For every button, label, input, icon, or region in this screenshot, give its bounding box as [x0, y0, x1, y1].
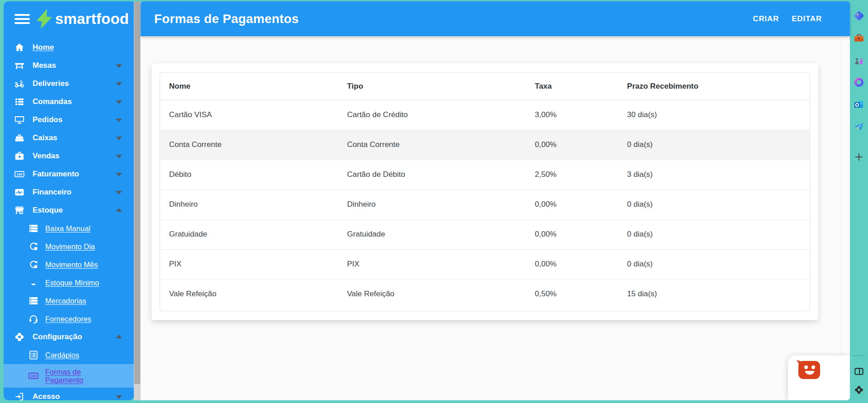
rail-bottom-icons [850, 356, 868, 396]
sidebar-scrollbar[interactable] [134, 1, 141, 400]
sidebar-item-baixa-manual[interactable]: Baixa Manual [4, 219, 134, 237]
browser-sidebar-rail [850, 0, 868, 403]
chess-icon[interactable] [853, 54, 865, 66]
headset-icon [28, 313, 39, 324]
page-title: Formas de Pagamentos [154, 12, 299, 26]
briefcase-icon [14, 150, 25, 162]
login-icon [14, 391, 25, 400]
cell-tipo: Dinheiro [338, 190, 526, 219]
table-row-conta-corrente[interactable]: Conta CorrenteConta Corrente0,00%0 dia(s… [160, 130, 810, 160]
cell-prazo: 0 dia(s) [618, 190, 810, 219]
sidebar-item-home[interactable]: Home [4, 38, 134, 57]
sidebar-item-mercadorias[interactable]: Mercadorias [4, 292, 134, 310]
criar-button[interactable]: CRIAR [747, 10, 784, 28]
sidebar-item-acesso[interactable]: Acesso [4, 388, 134, 400]
list-icon [14, 96, 25, 108]
menu-list-icon [28, 350, 39, 360]
sidebar-item-formas-de-pagamento[interactable]: 100Formas de Pagamento [4, 364, 134, 388]
cell-nome: Vale Refeição [160, 279, 338, 309]
sidebar-item-estoque-minimo[interactable]: Estoque Mínimo [4, 274, 134, 292]
rows-icon [28, 295, 39, 306]
sidebar-item-caixas[interactable]: Caixas [4, 129, 134, 147]
toolbox-icon[interactable] [853, 32, 865, 44]
table-icon [14, 60, 25, 71]
sidebar-item-fornecedores[interactable]: Fornecedores [4, 310, 134, 328]
sidebar-item-estoque[interactable]: Estoque [4, 201, 134, 219]
cell-tipo: Vale Refeição [338, 279, 526, 309]
hamburger-menu-icon[interactable] [14, 14, 30, 24]
cell-nome: Dinheiro [160, 190, 338, 219]
banknote-icon: 100 [14, 168, 25, 180]
sidebar-item-mesas[interactable]: Mesas [4, 57, 134, 75]
editar-button[interactable]: EDITAR [786, 10, 827, 28]
sidebar-item-vendas[interactable]: Vendas [4, 147, 134, 165]
office-icon[interactable] [853, 76, 865, 88]
monitor-icon [14, 114, 25, 126]
sidebar-item-label: Formas de Pagamento [45, 368, 104, 384]
table-row-cartao-visa[interactable]: Cartão VISACartão de Crédito3,00%30 dia(… [160, 100, 810, 130]
table-row-debito[interactable]: DébitoCartão de Débito2,50%3 dia(s) [160, 160, 810, 190]
sidebar-item-label: Movimento Dia [45, 242, 95, 251]
sidebar-item-pedidos[interactable]: Pedidos [4, 111, 134, 129]
table-body: Cartão VISACartão de Crédito3,00%30 dia(… [160, 100, 810, 309]
add-icon[interactable] [853, 151, 865, 163]
chart-icon [14, 186, 25, 198]
sidebar-item-financeiro[interactable]: Financeiro [4, 183, 134, 201]
sidebar-panel-icon[interactable] [853, 365, 865, 377]
content-area: NomeTipoTaxaPrazo Recebimento Cartão VIS… [141, 36, 850, 400]
sidebar-item-faturamento[interactable]: 100Faturamento [4, 165, 134, 183]
cell-prazo: 30 dia(s) [618, 100, 810, 130]
sidebar-item-label: Configuração [33, 332, 82, 341]
table-row-gratuidade[interactable]: GratuidadeGratuidade0,00%0 dia(s) [160, 219, 810, 249]
cell-taxa: 0,00% [526, 190, 618, 219]
sidebar-item-comandas[interactable]: Comandas [4, 93, 134, 111]
sidebar-item-label: Deliveries [33, 79, 69, 88]
sidebar-item-label: Mercadorias [45, 297, 86, 305]
cell-nome: Cartão VISA [160, 100, 338, 130]
cell-prazo: 3 dia(s) [618, 160, 810, 190]
page-header: Formas de Pagamentos CRIAREDITAR [141, 1, 850, 36]
sidebar-item-label: Baixa Manual [45, 224, 90, 233]
cell-taxa: 2,50% [526, 160, 618, 190]
cell-taxa: 0,00% [526, 130, 618, 160]
chevron-down-icon [116, 155, 122, 158]
cell-tipo: Conta Corrente [338, 130, 526, 160]
sidebar-item-label: Movimento Mês [45, 261, 98, 269]
sidebar-item-label: Estoque Mínimo [45, 279, 99, 287]
sidebar-item-label: Caixas [33, 133, 57, 142]
chevron-down-icon [116, 64, 122, 68]
sync-icon [28, 241, 39, 252]
sidebar-item-label: Acesso [33, 392, 60, 400]
table-row-pix[interactable]: PIXPIX0,00%0 dia(s) [160, 249, 810, 279]
chat-smiley-icon[interactable] [794, 359, 824, 382]
settings-gear-icon[interactable] [853, 384, 865, 396]
sidebar-item-cardapios[interactable]: Cardápios [4, 346, 134, 364]
sidebar-item-label: Comandas [33, 97, 72, 106]
smartfood-logo[interactable]: smartfood [34, 9, 129, 29]
app-window: smartfood HomeMesasDeliveriesComandasPed… [4, 1, 850, 400]
sidebar-item-deliveries[interactable]: Deliveries [4, 75, 134, 93]
cell-prazo: 0 dia(s) [618, 219, 810, 249]
dash-icon [28, 277, 39, 288]
chevron-up-icon [116, 208, 122, 212]
page-scrollbar[interactable] [841, 36, 850, 400]
sidebar-item-label: Home [33, 43, 54, 52]
svg-text:100: 100 [17, 172, 22, 176]
chat-widget-panel [788, 356, 850, 400]
sidebar-nav: HomeMesasDeliveriesComandasPedidosCaixas… [4, 37, 134, 400]
column-header-prazo-recebimento: Prazo Recebimento [618, 73, 810, 100]
outlook-icon[interactable] [853, 99, 865, 110]
cell-nome: Conta Corrente [160, 130, 338, 160]
lightning-bolt-icon [34, 9, 54, 29]
send-icon[interactable] [853, 121, 865, 133]
table-row-vale-refeicao[interactable]: Vale RefeiçãoVale Refeição0,50%15 dia(s) [160, 279, 810, 309]
sidebar-item-movimento-mes[interactable]: Movimento Mês [4, 256, 134, 274]
sidebar-scrollbar-thumb[interactable] [134, 1, 140, 384]
sidebar-item-movimento-dia[interactable]: Movimento Dia [4, 237, 134, 256]
cell-taxa: 3,00% [526, 100, 618, 130]
table-row-dinheiro[interactable]: DinheiroDinheiro0,00%0 dia(s) [160, 190, 810, 219]
table-header-row: NomeTipoTaxaPrazo Recebimento [160, 73, 810, 100]
sidebar-item-label: Fornecedores [45, 315, 91, 323]
tag-icon[interactable] [853, 10, 865, 22]
sidebar-item-configuracao[interactable]: Configuração [4, 328, 134, 346]
